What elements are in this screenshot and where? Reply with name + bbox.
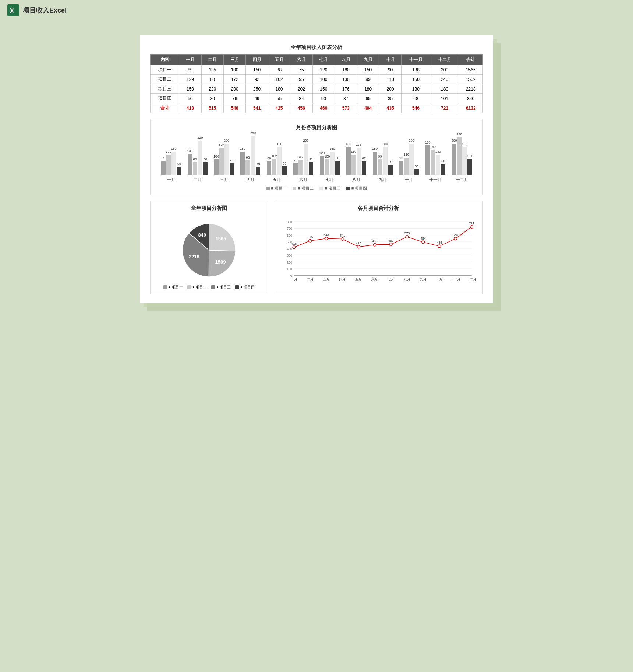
x-axis-month-label: 六月 bbox=[371, 277, 378, 281]
bar: 35 bbox=[414, 169, 419, 175]
line-chart-line bbox=[294, 227, 472, 247]
x-axis-month-label: 二月 bbox=[307, 277, 314, 281]
bar-value-label: 102 bbox=[272, 154, 277, 158]
bar-value-label: 130 bbox=[351, 150, 356, 153]
table-row: 项目三1502202002501802021501761802001301802… bbox=[151, 84, 483, 94]
bar: 50 bbox=[177, 167, 181, 175]
bar: 68 bbox=[441, 164, 445, 175]
bar: 89 bbox=[161, 161, 166, 175]
bar-value-label: 200 bbox=[224, 139, 229, 142]
bar: 150 bbox=[240, 152, 245, 175]
x-axis-month-label: 七月 bbox=[388, 277, 394, 281]
bar-value-label: 90 bbox=[336, 156, 339, 160]
bar-value-label: 180 bbox=[277, 142, 282, 146]
bar: 95 bbox=[298, 160, 303, 175]
bar-value-label: 180 bbox=[462, 142, 467, 146]
table-header-cell: 合计 bbox=[459, 55, 482, 65]
bar-month-label: 九月 bbox=[379, 177, 387, 183]
bar-group: 18816013068十一月 bbox=[425, 145, 445, 183]
line-section: 各月项目合计分析 0100200300400500600700800418一月5… bbox=[274, 201, 483, 294]
table-header-cell: 五月 bbox=[268, 55, 290, 65]
bar-value-label: 50 bbox=[177, 162, 181, 166]
pie-label: 2218 bbox=[189, 254, 199, 259]
legend-label: ■ 项目二 bbox=[298, 185, 314, 191]
bar-value-label: 101 bbox=[467, 154, 473, 158]
pie-legend-item: ● 项目四 bbox=[235, 284, 255, 290]
bar: 76 bbox=[230, 163, 234, 175]
legend-color bbox=[319, 187, 323, 190]
table-header-cell: 十二月 bbox=[430, 55, 459, 65]
bar: 90 bbox=[335, 161, 340, 175]
bar-month-label: 二月 bbox=[194, 177, 202, 183]
bar-value-label: 89 bbox=[162, 156, 165, 160]
bar-group: 10017220076三月 bbox=[214, 144, 234, 183]
table-header-cell: 一月 bbox=[179, 55, 201, 65]
bar-value-label: 76 bbox=[230, 158, 234, 162]
line-value-label: 435 bbox=[436, 241, 442, 244]
bar: 160 bbox=[431, 150, 435, 175]
excel-icon: X bbox=[7, 4, 19, 16]
bar-value-label: 55 bbox=[283, 162, 286, 165]
bar-group: 8810218055五月 bbox=[267, 147, 287, 183]
line-point bbox=[357, 245, 360, 248]
main-card: 全年项目收入图表分析 内容一月二月三月四月五月六月七月八月九月十月十一月十二月合… bbox=[140, 35, 493, 303]
bar: 150 bbox=[330, 152, 335, 175]
bar-group: 1509225049四月 bbox=[240, 136, 260, 183]
bar: 202 bbox=[304, 144, 308, 175]
bar-value-label: 200 bbox=[452, 139, 457, 142]
legend-item: ■ 项目一 bbox=[266, 185, 287, 191]
legend-label: ■ 项目三 bbox=[325, 185, 340, 191]
bar-value-label: 220 bbox=[197, 136, 203, 139]
bar: 99 bbox=[378, 159, 382, 175]
bar: 240 bbox=[457, 137, 462, 175]
bar-value-label: 80 bbox=[193, 158, 197, 161]
line-point bbox=[389, 243, 392, 246]
bar: 90 bbox=[399, 161, 403, 175]
bar: 180 bbox=[383, 147, 388, 175]
legend-item: ■ 项目四 bbox=[346, 185, 367, 191]
bar: 75 bbox=[293, 163, 298, 175]
line-point bbox=[341, 238, 344, 241]
bar: 110 bbox=[404, 158, 409, 175]
bar-value-label: 160 bbox=[430, 145, 436, 149]
bar-group: 9011020035十月 bbox=[399, 144, 419, 183]
bar: 220 bbox=[198, 141, 202, 175]
y-axis-label: 700 bbox=[287, 227, 292, 230]
bar: 129 bbox=[166, 155, 171, 175]
bar: 180 bbox=[346, 147, 351, 175]
bar-value-label: 100 bbox=[324, 155, 330, 158]
bar: 55 bbox=[282, 166, 287, 175]
bar-value-label: 110 bbox=[404, 153, 409, 156]
table-header-cell: 四月 bbox=[246, 55, 268, 65]
table-header-cell: 三月 bbox=[223, 55, 245, 65]
legend-color bbox=[293, 187, 296, 190]
bar-value-label: 35 bbox=[415, 165, 418, 168]
line-point bbox=[293, 246, 296, 249]
line-point bbox=[325, 237, 328, 240]
x-axis-month-label: 十一月 bbox=[450, 277, 460, 281]
x-axis-month-label: 三月 bbox=[323, 277, 330, 281]
pie-legend-label: ● 项目一 bbox=[169, 284, 183, 290]
bar-value-label: 172 bbox=[219, 143, 224, 147]
y-axis-label: 800 bbox=[287, 220, 292, 224]
line-value-label: 494 bbox=[421, 237, 426, 240]
line-point bbox=[438, 245, 441, 248]
bar-value-label: 100 bbox=[213, 155, 219, 158]
line-value-label: 573 bbox=[404, 231, 410, 235]
bar-value-label: 135 bbox=[187, 149, 192, 153]
table-header-cell: 十月 bbox=[379, 55, 401, 65]
y-axis-label: 0 bbox=[290, 274, 292, 277]
bar: 49 bbox=[256, 167, 260, 175]
bar-month-label: 七月 bbox=[326, 177, 334, 183]
bar: 65 bbox=[388, 165, 393, 175]
bar-value-label: 129 bbox=[166, 150, 171, 153]
bar: 200 bbox=[409, 144, 414, 175]
bar-chart-title: 月份各项目分析图 bbox=[154, 124, 479, 131]
bar: 150 bbox=[171, 152, 176, 175]
bar: 80 bbox=[203, 162, 208, 175]
bar: 120 bbox=[320, 156, 324, 175]
table-header-cell: 九月 bbox=[357, 55, 379, 65]
pie-chart-svg: 156515092218840 bbox=[165, 215, 253, 282]
table-row: 项目一891351001508875120180150901882001565 bbox=[151, 65, 483, 75]
bar-value-label: 84 bbox=[309, 157, 313, 160]
